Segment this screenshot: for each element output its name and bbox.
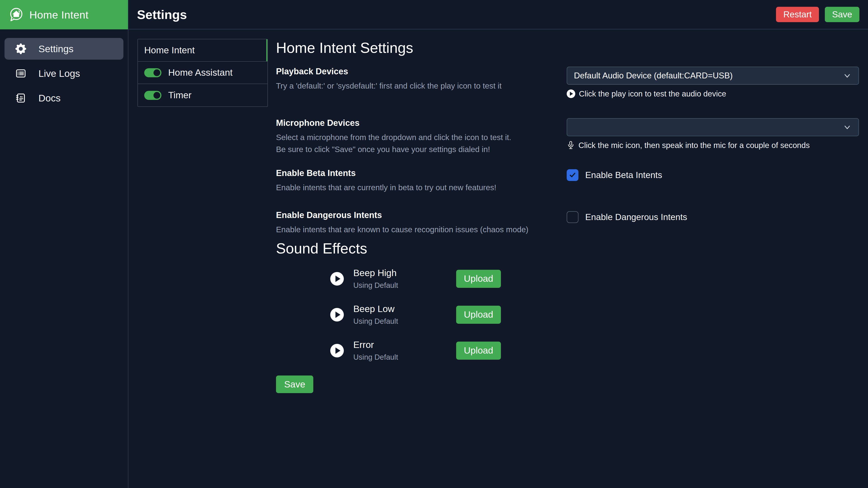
sidebar-nav: Settings Live Logs [0, 38, 128, 109]
component-item-label: Home Intent [144, 45, 195, 56]
sound-effect-text: Beep Low Using Default [353, 304, 456, 326]
sound-effect-name: Error [353, 339, 456, 350]
upload-button[interactable]: Upload [456, 306, 501, 324]
mic-test-icon[interactable] [567, 141, 575, 150]
sidebar-item-settings[interactable]: Settings [4, 38, 123, 60]
sound-effect-status: Using Default [353, 281, 456, 290]
component-list: Home Intent Home Assistant Timer [137, 39, 268, 107]
home-intent-logo-icon [8, 7, 24, 22]
brand-header[interactable]: Home Intent [0, 0, 128, 29]
microphone-devices-control: Click the mic icon, then speak into the … [567, 118, 859, 150]
microphone-helper: Click the mic icon, then speak into the … [567, 141, 859, 150]
sidebar-item-docs[interactable]: Docs [4, 87, 123, 109]
sound-effect-row-error: Error Using Default Upload [330, 339, 859, 361]
settings-panel: Home Intent Settings Playback Devices Tr… [276, 39, 859, 488]
play-test-icon[interactable] [567, 90, 575, 98]
dangerous-intents-info: Enable Dangerous Intents Enable intents … [276, 210, 567, 236]
dangerous-intents-control: Enable Dangerous Intents [567, 210, 859, 223]
chevron-down-icon [843, 71, 852, 80]
microphone-devices-info: Microphone Devices Select a microphone f… [276, 118, 567, 155]
beta-intents-control: Enable Beta Intents [567, 168, 859, 181]
sound-effects-heading: Sound Effects [276, 240, 859, 257]
microphone-helper-text: Click the mic icon, then speak into the … [579, 141, 810, 150]
beta-intents-checkbox-label: Enable Beta Intents [585, 170, 662, 180]
play-sound-icon[interactable] [330, 344, 344, 357]
sidebar-item-label: Settings [38, 43, 73, 55]
restart-button[interactable]: Restart [776, 7, 819, 22]
toggle-knob [153, 92, 160, 99]
dangerous-intents-check-row: Enable Dangerous Intents [567, 211, 859, 223]
sidebar-item-label: Live Logs [38, 68, 80, 79]
component-item-home-intent[interactable]: Home Intent [138, 39, 268, 62]
microphone-devices-label: Microphone Devices [276, 118, 560, 128]
component-item-label: Timer [168, 90, 191, 101]
sound-effect-text: Error Using Default [353, 339, 456, 361]
settings-heading: Home Intent Settings [276, 39, 859, 56]
beta-intents-checkbox[interactable] [567, 169, 579, 181]
beta-intents-check-row: Enable Beta Intents [567, 169, 859, 181]
topbar: Settings Restart Save [128, 0, 868, 29]
dangerous-intents-checkbox-label: Enable Dangerous Intents [585, 212, 687, 222]
microphone-device-select[interactable] [567, 118, 859, 136]
content: Home Intent Home Assistant Timer Home In… [129, 30, 868, 488]
dangerous-intents-checkbox[interactable] [567, 211, 579, 223]
playback-devices-row: Playback Devices Try a 'default:' or 'sy… [276, 67, 859, 98]
playback-device-selected-option: Default Audio Device (default:CARD=USB) [574, 71, 733, 80]
microphone-devices-description-1: Select a microphone from the dropdown an… [276, 131, 560, 143]
list-icon [16, 68, 26, 79]
playback-device-select[interactable]: Default Audio Device (default:CARD=USB) [567, 67, 859, 85]
microphone-devices-description-2: Be sure to click "Save" once you have yo… [276, 143, 560, 156]
sound-effect-status: Using Default [353, 353, 456, 361]
component-item-timer[interactable]: Timer [138, 84, 268, 106]
sound-effect-row-beep-high: Beep High Using Default Upload [330, 268, 859, 290]
page-title: Settings [137, 7, 187, 22]
app-window: Home Intent Settings Live Log [0, 0, 868, 488]
playback-devices-control: Default Audio Device (default:CARD=USB) … [567, 67, 859, 98]
dangerous-intents-row: Enable Dangerous Intents Enable intents … [276, 210, 859, 236]
home-assistant-toggle[interactable] [144, 68, 161, 77]
dangerous-intents-description: Enable intents that are known to cause r… [276, 224, 560, 236]
sound-effect-row-beep-low: Beep Low Using Default Upload [330, 304, 859, 326]
beta-intents-label: Enable Beta Intents [276, 168, 560, 178]
playback-helper-text: Click the play icon to test the audio de… [579, 89, 726, 98]
sidebar-item-live-logs[interactable]: Live Logs [4, 63, 123, 84]
playback-devices-label: Playback Devices [276, 67, 560, 76]
microphone-devices-row: Microphone Devices Select a microphone f… [276, 118, 859, 155]
upload-button[interactable]: Upload [456, 270, 501, 288]
playback-helper: Click the play icon to test the audio de… [567, 89, 859, 98]
sidebar-item-label: Docs [38, 93, 61, 104]
beta-intents-description: Enable intents that are currently in bet… [276, 182, 560, 194]
sound-effect-text: Beep High Using Default [353, 268, 456, 290]
play-sound-icon[interactable] [330, 272, 344, 286]
sound-effect-status: Using Default [353, 317, 456, 326]
component-item-home-assistant[interactable]: Home Assistant [138, 62, 268, 84]
component-item-label: Home Assistant [168, 67, 232, 78]
beta-intents-info: Enable Beta Intents Enable intents that … [276, 168, 567, 194]
sidebar: Home Intent Settings Live Log [0, 0, 128, 488]
dangerous-intents-label: Enable Dangerous Intents [276, 210, 560, 220]
chevron-down-icon [843, 123, 852, 132]
play-sound-icon[interactable] [330, 308, 344, 322]
beta-intents-row: Enable Beta Intents Enable intents that … [276, 168, 859, 194]
gear-icon [16, 43, 26, 54]
sound-effect-name: Beep Low [353, 304, 456, 314]
upload-button[interactable]: Upload [456, 341, 501, 360]
brand-title: Home Intent [29, 8, 89, 21]
save-button[interactable]: Save [825, 7, 860, 22]
check-icon [569, 171, 577, 179]
playback-devices-description: Try a 'default:' or 'sysdefault:' first … [276, 80, 560, 92]
sound-effect-name: Beep High [353, 268, 456, 278]
toggle-knob [153, 69, 160, 76]
timer-toggle[interactable] [144, 91, 161, 100]
save-settings-button[interactable]: Save [276, 376, 313, 393]
topbar-actions: Restart Save [776, 7, 860, 22]
journal-icon [16, 93, 26, 103]
playback-devices-info: Playback Devices Try a 'default:' or 'sy… [276, 67, 567, 92]
